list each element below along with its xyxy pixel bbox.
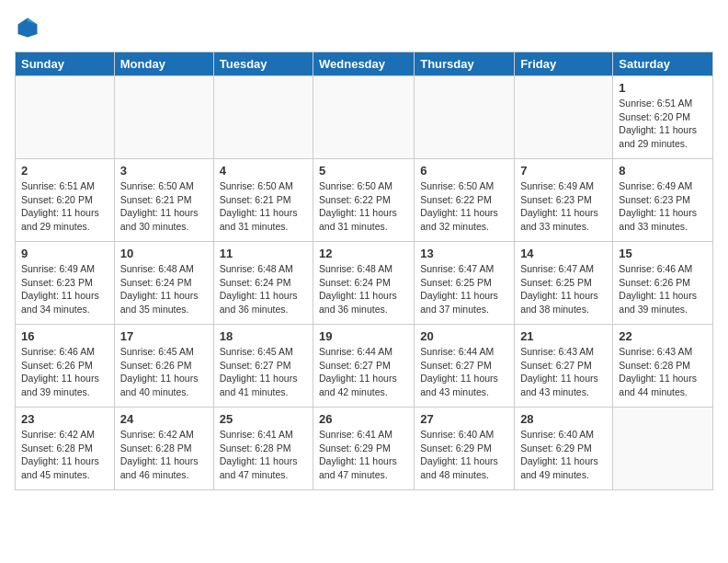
day-number: 7	[520, 164, 607, 178]
day-number: 25	[220, 412, 307, 426]
day-number: 26	[319, 412, 408, 426]
day-number: 8	[619, 164, 707, 178]
day-info: Sunrise: 6:51 AM Sunset: 6:20 PM Dayligh…	[619, 97, 707, 151]
day-cell: 3Sunrise: 6:50 AM Sunset: 6:21 PM Daylig…	[114, 159, 213, 242]
day-info: Sunrise: 6:49 AM Sunset: 6:23 PM Dayligh…	[619, 179, 707, 234]
weekday-wednesday: Wednesday	[313, 52, 415, 76]
day-cell	[613, 408, 713, 490]
day-info: Sunrise: 6:44 AM Sunset: 6:27 PM Dayligh…	[319, 345, 408, 399]
day-number: 2	[21, 164, 108, 178]
day-info: Sunrise: 6:48 AM Sunset: 6:24 PM Dayligh…	[319, 262, 408, 316]
day-cell: 1Sunrise: 6:51 AM Sunset: 6:20 PM Daylig…	[613, 76, 713, 159]
day-cell: 23Sunrise: 6:42 AM Sunset: 6:28 PM Dayli…	[16, 408, 115, 490]
day-info: Sunrise: 6:40 AM Sunset: 6:29 PM Dayligh…	[520, 428, 607, 482]
day-number: 11	[220, 247, 307, 260]
week-row-1: 1Sunrise: 6:51 AM Sunset: 6:20 PM Daylig…	[16, 76, 713, 159]
day-cell	[16, 76, 115, 159]
day-number: 1	[619, 81, 707, 95]
day-number: 12	[319, 247, 408, 260]
day-info: Sunrise: 6:50 AM Sunset: 6:21 PM Dayligh…	[220, 179, 307, 234]
day-cell	[515, 76, 613, 159]
day-cell: 6Sunrise: 6:50 AM Sunset: 6:22 PM Daylig…	[415, 159, 515, 242]
day-info: Sunrise: 6:48 AM Sunset: 6:24 PM Dayligh…	[220, 262, 307, 316]
day-number: 17	[120, 329, 208, 343]
day-info: Sunrise: 6:49 AM Sunset: 6:23 PM Dayligh…	[520, 179, 607, 234]
day-info: Sunrise: 6:41 AM Sunset: 6:28 PM Dayligh…	[220, 428, 307, 482]
day-number: 28	[520, 412, 607, 426]
day-info: Sunrise: 6:42 AM Sunset: 6:28 PM Dayligh…	[120, 428, 208, 482]
day-info: Sunrise: 6:50 AM Sunset: 6:21 PM Dayligh…	[120, 179, 208, 234]
day-number: 27	[420, 412, 508, 426]
day-number: 24	[120, 412, 208, 426]
day-info: Sunrise: 6:45 AM Sunset: 6:27 PM Dayligh…	[220, 345, 307, 399]
day-number: 21	[520, 329, 607, 343]
weekday-header-row: SundayMondayTuesdayWednesdayThursdayFrid…	[16, 52, 713, 76]
logo-icon	[15, 15, 40, 40]
day-number: 20	[420, 329, 508, 343]
day-number: 10	[120, 247, 208, 260]
day-number: 15	[619, 247, 707, 260]
day-cell: 11Sunrise: 6:48 AM Sunset: 6:24 PM Dayli…	[213, 242, 313, 325]
day-info: Sunrise: 6:46 AM Sunset: 6:26 PM Dayligh…	[21, 345, 108, 399]
week-row-5: 23Sunrise: 6:42 AM Sunset: 6:28 PM Dayli…	[16, 408, 713, 490]
day-info: Sunrise: 6:50 AM Sunset: 6:22 PM Dayligh…	[319, 179, 408, 234]
logo	[15, 15, 44, 40]
week-row-3: 9Sunrise: 6:49 AM Sunset: 6:23 PM Daylig…	[16, 242, 713, 325]
day-info: Sunrise: 6:41 AM Sunset: 6:29 PM Dayligh…	[319, 428, 408, 482]
day-cell: 15Sunrise: 6:46 AM Sunset: 6:26 PM Dayli…	[613, 242, 713, 325]
day-info: Sunrise: 6:50 AM Sunset: 6:22 PM Dayligh…	[420, 179, 508, 234]
day-number: 4	[220, 164, 307, 178]
day-info: Sunrise: 6:48 AM Sunset: 6:24 PM Dayligh…	[120, 262, 208, 316]
day-number: 14	[520, 247, 607, 260]
calendar-body: 1Sunrise: 6:51 AM Sunset: 6:20 PM Daylig…	[16, 76, 713, 490]
day-cell: 26Sunrise: 6:41 AM Sunset: 6:29 PM Dayli…	[313, 408, 415, 490]
day-cell: 16Sunrise: 6:46 AM Sunset: 6:26 PM Dayli…	[16, 325, 115, 408]
day-cell: 18Sunrise: 6:45 AM Sunset: 6:27 PM Dayli…	[213, 325, 313, 408]
week-row-4: 16Sunrise: 6:46 AM Sunset: 6:26 PM Dayli…	[16, 325, 713, 408]
day-number: 16	[21, 329, 108, 343]
day-cell	[313, 76, 415, 159]
day-info: Sunrise: 6:49 AM Sunset: 6:23 PM Dayligh…	[21, 262, 108, 316]
day-cell: 22Sunrise: 6:43 AM Sunset: 6:28 PM Dayli…	[613, 325, 713, 408]
day-cell: 10Sunrise: 6:48 AM Sunset: 6:24 PM Dayli…	[114, 242, 213, 325]
weekday-monday: Monday	[114, 52, 213, 76]
day-info: Sunrise: 6:47 AM Sunset: 6:25 PM Dayligh…	[420, 262, 508, 316]
day-number: 18	[220, 329, 307, 343]
day-cell: 20Sunrise: 6:44 AM Sunset: 6:27 PM Dayli…	[415, 325, 515, 408]
day-cell	[213, 76, 313, 159]
page-header	[15, 15, 713, 40]
day-number: 19	[319, 329, 408, 343]
weekday-tuesday: Tuesday	[213, 52, 313, 76]
day-info: Sunrise: 6:43 AM Sunset: 6:28 PM Dayligh…	[619, 345, 707, 399]
day-number: 5	[319, 164, 408, 178]
day-cell: 19Sunrise: 6:44 AM Sunset: 6:27 PM Dayli…	[313, 325, 415, 408]
day-info: Sunrise: 6:42 AM Sunset: 6:28 PM Dayligh…	[21, 428, 108, 482]
day-cell: 28Sunrise: 6:40 AM Sunset: 6:29 PM Dayli…	[515, 408, 613, 490]
day-cell: 13Sunrise: 6:47 AM Sunset: 6:25 PM Dayli…	[415, 242, 515, 325]
day-cell: 25Sunrise: 6:41 AM Sunset: 6:28 PM Dayli…	[213, 408, 313, 490]
day-info: Sunrise: 6:40 AM Sunset: 6:29 PM Dayligh…	[420, 428, 508, 482]
day-cell: 24Sunrise: 6:42 AM Sunset: 6:28 PM Dayli…	[114, 408, 213, 490]
day-number: 23	[21, 412, 108, 426]
day-cell: 2Sunrise: 6:51 AM Sunset: 6:20 PM Daylig…	[16, 159, 115, 242]
day-info: Sunrise: 6:45 AM Sunset: 6:26 PM Dayligh…	[120, 345, 208, 399]
calendar: SundayMondayTuesdayWednesdayThursdayFrid…	[15, 52, 713, 490]
day-info: Sunrise: 6:51 AM Sunset: 6:20 PM Dayligh…	[21, 179, 108, 234]
day-info: Sunrise: 6:47 AM Sunset: 6:25 PM Dayligh…	[520, 262, 607, 316]
day-number: 13	[420, 247, 508, 260]
day-cell	[114, 76, 213, 159]
day-cell: 7Sunrise: 6:49 AM Sunset: 6:23 PM Daylig…	[515, 159, 613, 242]
day-cell: 9Sunrise: 6:49 AM Sunset: 6:23 PM Daylig…	[16, 242, 115, 325]
day-number: 6	[420, 164, 508, 178]
weekday-sunday: Sunday	[16, 52, 115, 76]
weekday-thursday: Thursday	[415, 52, 515, 76]
day-cell: 12Sunrise: 6:48 AM Sunset: 6:24 PM Dayli…	[313, 242, 415, 325]
week-row-2: 2Sunrise: 6:51 AM Sunset: 6:20 PM Daylig…	[16, 159, 713, 242]
day-cell: 14Sunrise: 6:47 AM Sunset: 6:25 PM Dayli…	[515, 242, 613, 325]
day-number: 22	[619, 329, 707, 343]
day-cell: 21Sunrise: 6:43 AM Sunset: 6:27 PM Dayli…	[515, 325, 613, 408]
weekday-friday: Friday	[515, 52, 613, 76]
day-cell: 5Sunrise: 6:50 AM Sunset: 6:22 PM Daylig…	[313, 159, 415, 242]
day-info: Sunrise: 6:43 AM Sunset: 6:27 PM Dayligh…	[520, 345, 607, 399]
day-cell: 27Sunrise: 6:40 AM Sunset: 6:29 PM Dayli…	[415, 408, 515, 490]
